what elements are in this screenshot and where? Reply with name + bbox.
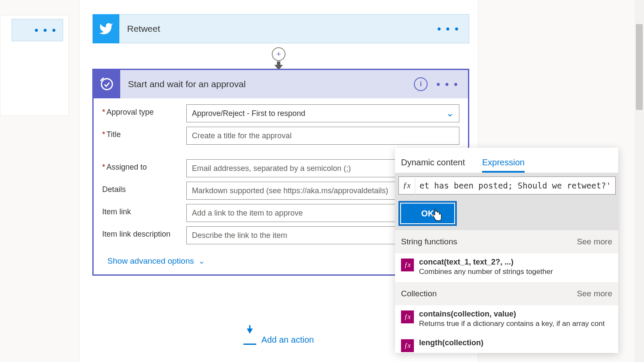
fx-icon: ƒx: [401, 259, 414, 271]
page-scrollbar[interactable]: [635, 0, 644, 362]
approval-card-header[interactable]: Start and wait for an approval i • • •: [94, 70, 468, 98]
twitter-icon: [93, 14, 119, 43]
tab-dynamic-content[interactable]: Dynamic content: [401, 158, 465, 173]
details-label: Details: [102, 182, 186, 194]
see-more-link[interactable]: See more: [577, 237, 612, 246]
tab-expression[interactable]: Expression: [482, 158, 525, 173]
fx-icon: ƒx: [399, 176, 415, 195]
expression-flyout: Dynamic content Expression ƒx et has bee…: [395, 148, 618, 353]
add-step-button[interactable]: +: [272, 47, 286, 61]
add-action-label: Add an action: [261, 335, 314, 345]
retweet-card-title: Retweet: [119, 24, 437, 34]
info-icon[interactable]: i: [414, 77, 428, 91]
expression-text[interactable]: et has been posted; Should we retweet?': [415, 181, 615, 190]
expression-bar: ƒx et has been posted; Should we retweet…: [395, 173, 618, 198]
function-length[interactable]: ƒx length(collection): [395, 334, 618, 353]
ok-button-focus-ring: OK: [398, 201, 457, 226]
approval-card-title: Start and wait for an approval: [120, 79, 414, 89]
category-label: Collection: [401, 289, 437, 298]
see-more-link[interactable]: See more: [577, 289, 612, 298]
category-collection: Collection See more: [395, 282, 618, 305]
chevron-down-icon: ⌄: [198, 256, 205, 266]
cursor-hand-icon: [431, 209, 442, 224]
assigned-to-label: Assigned to: [102, 159, 186, 172]
flyout-tabs: Dynamic content Expression: [395, 148, 618, 173]
expression-ok-row: OK: [395, 198, 618, 230]
function-concat[interactable]: ƒx concat(text_1, text_2?, ...) Combines…: [395, 253, 618, 282]
approval-icon: [94, 70, 120, 98]
function-description: Returns true if a dictionary contains a …: [419, 319, 605, 328]
approval-type-select[interactable]: Approve/Reject - First to respond ⌄: [186, 104, 459, 122]
ok-button[interactable]: OK: [400, 203, 455, 224]
trigger-card-header[interactable]: • • •: [12, 19, 63, 41]
function-signature: concat(text_1, text_2?, ...): [419, 258, 553, 267]
item-link-label: Item link: [102, 204, 186, 216]
insert-action-icon: [243, 335, 256, 345]
category-string-functions: String functions See more: [395, 230, 618, 253]
title-label: Title: [102, 127, 186, 139]
scrollbar-thumb[interactable]: [636, 24, 643, 110]
function-signature: contains(collection, value): [419, 310, 605, 319]
category-label: String functions: [401, 237, 457, 246]
function-contains[interactable]: ƒx contains(collection, value) Returns t…: [395, 305, 618, 334]
more-icon[interactable]: • • •: [436, 78, 468, 91]
approval-type-value: Approve/Reject - First to respond: [192, 109, 305, 118]
approval-type-label: Approval type: [102, 104, 186, 117]
item-link-desc-label: Item link description: [102, 226, 186, 239]
chevron-down-icon: ⌄: [446, 108, 454, 119]
add-action-button[interactable]: Add an action: [243, 335, 314, 345]
svg-point-0: [101, 79, 112, 90]
retweet-action-card[interactable]: Retweet • • •: [92, 14, 469, 43]
function-description: Combines any number of strings together: [419, 268, 553, 276]
function-signature: length(collection): [419, 338, 483, 347]
expression-input[interactable]: ƒx et has been posted; Should we retweet…: [398, 176, 616, 195]
trigger-card-partial: • • •: [0, 15, 69, 116]
show-advanced-options-link[interactable]: Show advanced options ⌄: [107, 256, 205, 266]
title-input[interactable]: [186, 127, 459, 145]
fx-icon: ƒx: [401, 339, 414, 352]
show-advanced-label: Show advanced options: [107, 256, 194, 266]
fx-icon: ƒx: [401, 310, 414, 323]
